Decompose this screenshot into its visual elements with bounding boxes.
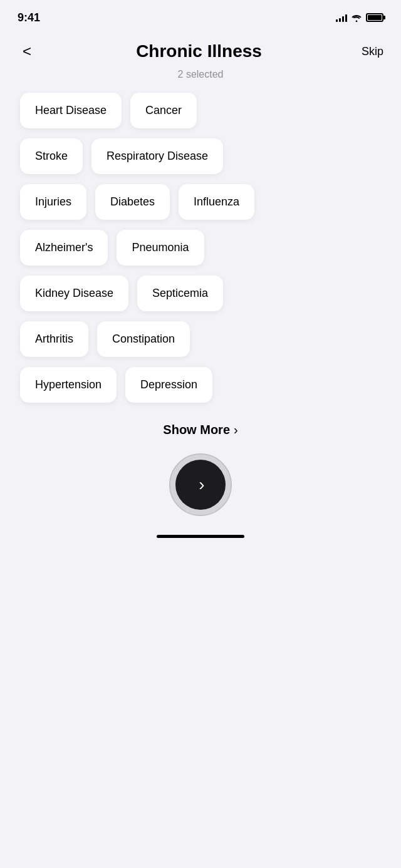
pills-row-1: Heart Disease Cancer	[20, 93, 381, 128]
page-title: Chronic Illness	[36, 41, 362, 61]
skip-button[interactable]: Skip	[362, 45, 383, 58]
pills-row-5: Kidney Disease Septicemia	[20, 276, 381, 311]
home-bar	[157, 535, 244, 538]
pill-diabetes[interactable]: Diabetes	[95, 184, 170, 220]
pill-influenza[interactable]: Influenza	[179, 184, 254, 220]
next-button-container: ›	[0, 460, 401, 510]
pills-row-6: Arthritis Constipation	[20, 321, 381, 357]
pill-cancer[interactable]: Cancer	[130, 93, 197, 128]
pill-kidney-disease[interactable]: Kidney Disease	[20, 276, 128, 311]
pill-stroke[interactable]: Stroke	[20, 138, 83, 174]
pill-septicemia[interactable]: Septicemia	[137, 276, 223, 311]
page-header: < Chronic Illness Skip	[0, 33, 401, 66]
pill-injuries[interactable]: Injuries	[20, 184, 86, 220]
pill-respiratory-disease[interactable]: Respiratory Disease	[91, 138, 223, 174]
battery-icon	[366, 13, 383, 22]
show-more-label: Show More	[163, 423, 230, 437]
status-icons	[336, 13, 383, 22]
next-button[interactable]: ›	[175, 460, 226, 510]
pill-alzheimers[interactable]: Alzheimer's	[20, 230, 108, 266]
wifi-icon	[351, 14, 362, 22]
pills-row-2: Stroke Respiratory Disease	[20, 138, 381, 174]
pills-row-3: Injuries Diabetes Influenza	[20, 184, 381, 220]
selected-count: 2 selected	[0, 69, 401, 80]
pill-arthritis[interactable]: Arthritis	[20, 321, 88, 357]
next-chevron-icon: ›	[199, 475, 204, 495]
pill-heart-disease[interactable]: Heart Disease	[20, 93, 122, 128]
back-button[interactable]: <	[18, 40, 36, 63]
status-bar: 9:41	[0, 0, 401, 33]
show-more-container: Show More ›	[0, 423, 401, 437]
pills-container: Heart Disease Cancer Stroke Respiratory …	[0, 93, 401, 403]
pill-depression[interactable]: Depression	[125, 367, 212, 403]
pill-constipation[interactable]: Constipation	[97, 321, 190, 357]
pills-row-7: Hypertension Depression	[20, 367, 381, 403]
status-time: 9:41	[18, 11, 40, 24]
home-indicator	[0, 535, 401, 545]
show-more-button[interactable]: Show More ›	[163, 423, 237, 437]
pill-pneumonia[interactable]: Pneumonia	[117, 230, 204, 266]
signal-icon	[336, 13, 347, 22]
show-more-chevron-icon: ›	[234, 423, 238, 437]
pill-hypertension[interactable]: Hypertension	[20, 367, 117, 403]
pills-row-4: Alzheimer's Pneumonia	[20, 230, 381, 266]
